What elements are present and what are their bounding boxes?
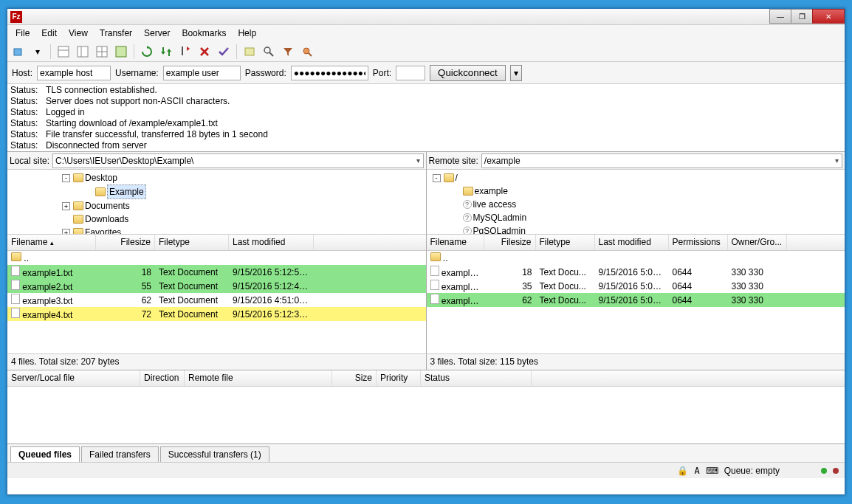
site-manager-drop-icon[interactable]: ▾ [30,44,46,60]
process-queue-icon[interactable] [158,44,174,60]
file-row[interactable]: example...18Text Docu...9/15/2016 5:05:.… [427,265,845,279]
queue-header[interactable]: Server/Local file Direction Remote file … [7,370,845,387]
password-input[interactable] [291,66,368,80]
tree-node[interactable]: ? PgSQLadmin [430,224,842,235]
expander-icon[interactable]: + [62,202,70,210]
col-size[interactable]: Size [332,370,377,386]
col-filename[interactable]: Filename ▴ [7,235,96,250]
layout-explorer-icon[interactable] [75,44,91,60]
approve-icon[interactable] [216,44,232,60]
tree-node[interactable]: example [430,184,842,198]
col-filetype[interactable]: Filetype [536,235,595,250]
file-size: 18 [484,267,536,277]
tab-failed-transfers[interactable]: Failed transfers [81,446,159,462]
queue-body[interactable] [7,387,845,443]
file-row[interactable]: example1.txt18Text Document9/15/2016 5:1… [7,265,426,279]
close-button[interactable]: ✕ [812,9,845,24]
local-tree[interactable]: - Desktop Example+ Documents Downloads+ … [7,170,426,235]
expander-icon[interactable]: + [62,229,70,235]
col-permissions[interactable]: Permissions [669,235,728,250]
file-permissions: 0644 [669,281,728,291]
local-summary: 4 files. Total size: 207 bytes [7,353,426,370]
col-lastmod[interactable]: Last modified [595,235,669,250]
col-filetype[interactable]: Filetype [155,235,229,250]
folder-icon [444,173,454,182]
tab-successful-transfers[interactable]: Successful transfers (1) [160,446,269,462]
find-icon[interactable] [299,44,315,60]
toolbar-separator [50,44,51,59]
svg-point-11 [264,47,270,53]
port-input[interactable] [396,66,425,80]
file-permissions: 0644 [669,295,728,305]
col-lastmod[interactable]: Last modified [229,235,314,250]
tree-node[interactable]: ? live access [430,198,842,211]
cancel-icon[interactable] [177,44,193,60]
col-status[interactable]: Status [421,370,532,386]
remote-list-header[interactable]: Filename Filesize Filetype Last modified… [427,235,845,251]
up-directory[interactable]: .. [427,251,845,265]
local-file-list[interactable]: .. example1.txt18Text Document9/15/2016 … [7,251,426,353]
file-owner: 330 330 [728,295,787,305]
app-icon: Fz [10,11,22,23]
lock-icon[interactable]: 🔒 [677,466,688,476]
col-server-local[interactable]: Server/Local file [7,370,140,386]
host-input[interactable] [37,66,111,80]
quickconnect-button[interactable]: Quickconnect [430,65,506,81]
tree-node[interactable]: Example [10,184,423,199]
menu-file[interactable]: File [10,27,35,40]
up-directory[interactable]: .. [7,251,426,265]
remote-file-list[interactable]: .. example...18Text Docu...9/15/2016 5:0… [427,251,845,353]
file-row[interactable]: example4.txt72Text Document9/15/2016 5:1… [7,307,426,321]
remote-tree[interactable]: - / example ? live access ? MySQLadmin ?… [427,170,845,235]
message-log[interactable]: Status:TLS connection established.Status… [7,84,845,152]
remote-path-combo[interactable]: /example [481,153,842,168]
menu-server[interactable]: Server [139,27,175,40]
file-row[interactable]: example...35Text Docu...9/15/2016 5:05:.… [427,279,845,293]
file-row[interactable]: example...62Text Docu...9/15/2016 5:05:.… [427,293,845,307]
tree-node[interactable]: + Documents [10,199,423,213]
site-manager-icon[interactable] [10,44,27,60]
tree-node[interactable]: Downloads [10,213,423,226]
delete-icon[interactable] [196,44,213,60]
menu-edit[interactable]: Edit [36,27,62,40]
log-message: Starting download of /example/example1.t… [46,118,218,129]
refresh-icon[interactable] [139,44,155,60]
titlebar[interactable]: Fz — ❐ ✕ [7,9,845,25]
tab-queued-files[interactable]: Queued files [10,446,80,462]
menu-help[interactable]: Help [233,27,261,40]
file-name: example... [427,294,484,306]
filter-icon[interactable] [280,44,296,60]
file-row[interactable]: example2.txt55Text Document9/15/2016 5:1… [7,279,426,293]
local-path-combo[interactable]: C:\Users\IEUser\Desktop\Example\ [52,153,423,168]
expander-icon[interactable]: - [62,174,70,182]
username-input[interactable] [163,66,241,80]
col-filename[interactable]: Filename [427,235,484,250]
col-filesize[interactable]: Filesize [96,235,155,250]
quickconnect-history-dropdown[interactable]: ▾ [510,65,522,81]
file-name: example... [427,280,484,292]
menu-transfer[interactable]: Transfer [95,27,137,40]
tree-node[interactable]: - Desktop [10,171,423,184]
col-priority[interactable]: Priority [377,370,421,386]
col-remote-file[interactable]: Remote file [185,370,332,386]
expander-icon[interactable]: - [433,174,441,182]
tree-node[interactable]: - / [430,171,842,184]
col-filesize[interactable]: Filesize [484,235,536,250]
menu-view[interactable]: View [63,27,93,40]
server-info-icon[interactable] [241,44,258,60]
search-icon[interactable] [261,44,277,60]
col-direction[interactable]: Direction [140,370,185,386]
toggle-tree-icon[interactable] [113,44,129,60]
file-row[interactable]: example3.txt62Text Document9/15/2016 4:5… [7,293,426,307]
tree-node[interactable]: ? MySQLadmin [430,211,842,224]
layout-classic-icon[interactable] [55,44,72,60]
col-owner[interactable]: Owner/Gro... [728,235,787,250]
log-label: Status: [10,129,40,140]
tree-node[interactable]: + Favorites [10,226,423,235]
minimize-button[interactable]: — [769,9,791,24]
maximize-button[interactable]: ❐ [791,9,813,24]
file-permissions: 0644 [669,267,728,277]
local-list-header[interactable]: Filename ▴ Filesize Filetype Last modifi… [7,235,426,251]
layout-wide-icon[interactable] [94,44,110,60]
menu-bookmarks[interactable]: Bookmarks [176,27,231,40]
